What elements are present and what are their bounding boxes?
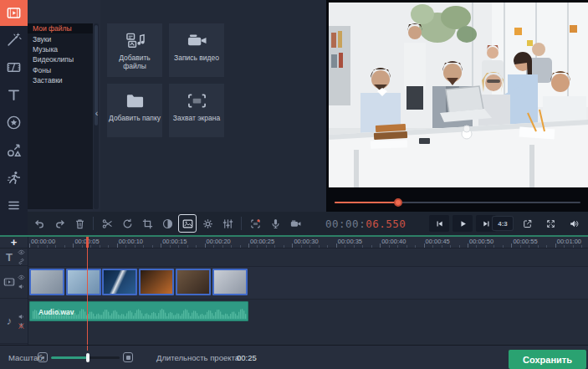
playhead[interactable] (87, 237, 88, 345)
import-tile-3[interactable]: Добавить папку (107, 84, 162, 137)
project-duration-label: Длительность проекта: (156, 353, 242, 362)
montage-wizard-button[interactable] (178, 214, 197, 233)
split-button[interactable] (98, 214, 116, 233)
visibility-toggle-icon[interactable] (18, 274, 25, 281)
crop-button[interactable] (138, 214, 156, 233)
video-clip[interactable] (212, 269, 248, 295)
status-bar: Масштаб: Длительность проекта: 00:25 Сох… (0, 345, 588, 369)
ruler-tick (503, 245, 504, 248)
sticker-star-icon (6, 115, 22, 131)
zoom-in-icon (126, 356, 130, 360)
list-icon (6, 197, 22, 213)
edit-toolbar: 00:00:06.550 4:3 (28, 212, 588, 235)
sidebar-item-filters[interactable] (0, 26, 28, 54)
ruler-tick (468, 243, 468, 248)
ruler-tick (274, 245, 275, 248)
undo-button[interactable] (30, 214, 49, 233)
sidebar-item-stickers[interactable] (0, 109, 28, 136)
seek-handle[interactable] (394, 198, 402, 207)
ruler-label: 00:00:30 (294, 238, 318, 245)
screen-capture-button[interactable] (246, 214, 264, 233)
sound-toggle-icon[interactable] (18, 283, 25, 290)
import-tile-2[interactable]: Запись видео (169, 23, 224, 77)
sidebar-item-transitions[interactable] (0, 54, 28, 81)
visibility-toggle-icon[interactable] (18, 249, 25, 256)
zoom-slider-handle[interactable] (86, 353, 89, 362)
previous-frame-button[interactable] (429, 215, 449, 232)
filters-adjust-button[interactable] (218, 214, 237, 233)
seek-bar[interactable] (335, 197, 580, 208)
ruler-tick (29, 243, 30, 248)
import-tile-label: Добавить файлы (107, 54, 162, 70)
volume-icon (569, 218, 580, 229)
audio-clip[interactable]: Audio.wav (29, 301, 248, 321)
aspect-ratio-button[interactable]: 4:3 (492, 216, 514, 231)
redo-button[interactable] (50, 214, 69, 233)
collapse-panel-button[interactable]: ‹ (93, 106, 100, 120)
ruler-tick (327, 245, 328, 248)
fullscreen-button[interactable] (540, 215, 560, 232)
file-panel-item[interactable]: Мои файлы (28, 23, 93, 33)
zoom-out-button[interactable] (38, 352, 48, 362)
screen-capture-icon (186, 91, 208, 110)
toolbar-separator (241, 217, 242, 230)
ruler-tick (424, 243, 425, 248)
ruler-corner: + (0, 237, 28, 249)
contrast-icon (161, 218, 174, 230)
timeline-zoom-slider[interactable] (51, 352, 120, 362)
ruler-tick (82, 245, 83, 248)
volume-button[interactable] (564, 215, 584, 232)
video-clip[interactable] (139, 269, 174, 295)
ruler-label: 00:00:00 (31, 238, 55, 245)
sidebar-item-import[interactable] (0, 0, 28, 26)
video-track[interactable] (28, 267, 588, 300)
share-export-button[interactable] (517, 215, 537, 232)
clip-properties-button[interactable] (198, 214, 217, 233)
ruler-tick (301, 245, 302, 248)
ruler-tick (187, 245, 188, 248)
running-man-icon (6, 170, 22, 186)
file-panel-item-label: Видеоклипы (33, 55, 74, 64)
mic-muted-toggle-icon[interactable] (18, 322, 25, 330)
file-panel-item[interactable]: Фоны (28, 65, 93, 75)
preview-controls: 4:3 (490, 215, 585, 232)
video-clip[interactable] (176, 269, 211, 295)
ruler-label: 00:00:50 (469, 238, 493, 245)
titles-track[interactable] (28, 249, 588, 267)
playhead-marker[interactable] (86, 237, 89, 248)
rotate-button[interactable] (118, 214, 136, 233)
add-track-button[interactable]: + (11, 237, 18, 248)
file-panel-item[interactable]: Заставки (28, 75, 93, 85)
audio-track[interactable]: Audio.wav (28, 300, 588, 345)
color-adjustments-button[interactable] (158, 214, 176, 233)
record-video-button[interactable] (286, 214, 304, 233)
sound-toggle-icon[interactable] (18, 313, 25, 320)
delete-button[interactable] (70, 214, 89, 233)
zoom-in-button[interactable] (123, 352, 133, 362)
note-icon: ♪ (3, 315, 16, 328)
file-panel-item[interactable]: Видеоклипы (28, 54, 93, 64)
ruler-tick (546, 245, 547, 248)
sidebar-item-callouts[interactable] (0, 136, 28, 164)
link-toggle-icon[interactable] (18, 258, 25, 265)
audio-track-header: ♪ (0, 299, 28, 344)
video-clip[interactable] (102, 269, 137, 295)
record-audio-button[interactable] (266, 214, 284, 233)
track-headers: + T♪ (0, 237, 28, 345)
sidebar-item-other-tools[interactable] (0, 192, 28, 219)
import-tile-4[interactable]: Захват экрана (169, 84, 224, 137)
save-button[interactable]: Сохранить (509, 350, 586, 369)
video-clip[interactable] (66, 269, 101, 295)
sidebar-item-titles[interactable] (0, 81, 28, 109)
sidebar-item-animation[interactable] (0, 164, 28, 192)
file-panel-item[interactable]: Музыка (28, 44, 93, 54)
light-streak (104, 270, 135, 294)
file-panel-item[interactable]: Звуки (28, 33, 93, 44)
ruler-label: 00:00:35 (338, 238, 362, 245)
video-clip[interactable] (29, 269, 64, 295)
ruler-tick (240, 245, 241, 248)
play-button[interactable] (453, 215, 473, 232)
import-tile-1[interactable]: Добавить файлы (107, 23, 162, 77)
rotate-icon (121, 218, 134, 230)
timeline-ruler[interactable]: 00:00:0000:00:0500:00:1000:00:1500:00:20… (28, 237, 588, 249)
